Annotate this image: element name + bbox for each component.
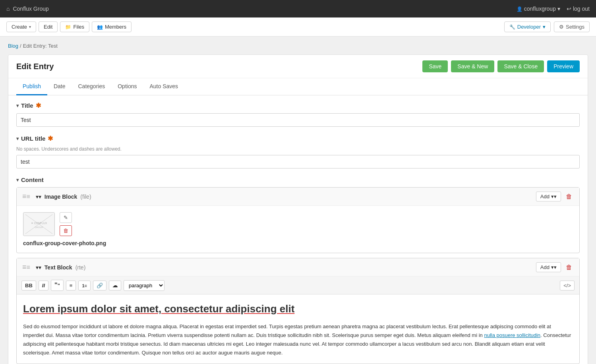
user-icon — [517, 6, 522, 12]
rte-format-select[interactable]: paragraph Heading 1 Heading 2 Heading 3 … — [124, 280, 164, 291]
image-edit-button[interactable]: ✎ — [60, 212, 72, 223]
content-section: Content ≡ ▾ Image Block (file) Add — [16, 176, 580, 364]
members-label: Members — [105, 24, 126, 30]
tab-publish[interactable]: Publish — [16, 78, 47, 95]
text-block-add-label: Add — [540, 264, 550, 270]
text-block: ≡ ▾ Text Block (rte) Add ▾ 🗑 — [16, 258, 580, 364]
files-icon — [65, 24, 71, 30]
files-button[interactable]: Files — [60, 21, 89, 32]
developer-dropdown-arrow — [543, 24, 546, 30]
url-title-input[interactable] — [16, 155, 580, 168]
text-block-add-button[interactable]: Add ▾ — [536, 262, 561, 272]
image-block-title: ≡ ▾ Image Block (file) — [22, 192, 91, 201]
tab-options[interactable]: Options — [111, 78, 143, 95]
rte-content-area[interactable]: Lorem ipsum dolor sit amet, consectetur … — [17, 294, 579, 364]
create-button[interactable]: Create — [6, 21, 36, 32]
edit-button[interactable]: Edit — [39, 21, 58, 32]
user-menu[interactable]: confluxgroup — [517, 6, 560, 12]
save-close-button[interactable]: Save & Close — [497, 60, 544, 72]
url-title-label: URL title — [21, 135, 45, 142]
save-new-button[interactable]: Save & New — [451, 60, 494, 72]
developer-button[interactable]: Developer — [504, 21, 551, 32]
title-section: Title ✱ — [16, 102, 580, 127]
image-delete-button[interactable]: 🗑 — [60, 225, 72, 236]
url-title-section-header[interactable]: URL title ✱ — [16, 135, 580, 142]
breadcrumb-separator: / — [20, 43, 21, 49]
logout-button[interactable]: log out — [567, 6, 590, 12]
files-label: Files — [73, 24, 84, 30]
image-block-label: Image Block — [45, 194, 77, 200]
italic-icon: I — [42, 283, 45, 288]
tab-categories[interactable]: Categories — [72, 78, 112, 95]
image-preview-area: ✕ CONFLUX GROUP ✎ 🗑 — [23, 212, 573, 236]
rte-body-text: Sed do eiusmod tempor incididunt ut labo… — [23, 322, 573, 357]
title-collapse-arrow — [16, 103, 19, 108]
page-title: Edit Entry — [16, 62, 54, 71]
content-label: Content — [21, 176, 44, 183]
text-block-drag-handle[interactable]: ≡ — [22, 263, 30, 271]
image-block-type: (file) — [80, 194, 91, 200]
title-input[interactable] — [16, 113, 580, 127]
user-dropdown-arrow — [557, 6, 560, 12]
rte-upload-button[interactable]: ☁ — [109, 281, 121, 290]
tab-date[interactable]: Date — [47, 78, 72, 95]
developer-label: Developer — [517, 24, 541, 30]
main-toolbar: Create Edit Files Members Developer Sett… — [0, 17, 596, 37]
preview-button[interactable]: Preview — [547, 60, 580, 72]
text-block-title: ≡ ▾ Text Block (rte) — [22, 263, 85, 271]
rte-bold-button[interactable]: B — [21, 281, 36, 290]
tab-content-publish: Title ✱ URL title ✱ No spaces. Underscor… — [8, 95, 588, 364]
top-navigation: Conflux Group confluxgroup log out — [0, 0, 596, 17]
create-dropdown-arrow — [29, 25, 31, 29]
breadcrumb-current: Edit Entry: Test — [23, 43, 58, 49]
image-thumbnail-svg: ✕ CONFLUX GROUP — [23, 212, 54, 236]
upload-icon: ☁ — [112, 283, 118, 288]
image-block-collapse-arrow[interactable]: ▾ — [36, 194, 41, 200]
rte-link-button[interactable]: 🔗 — [93, 281, 106, 290]
url-title-required-star: ✱ — [48, 135, 53, 142]
rte-source-button[interactable]: </> — [560, 281, 575, 290]
site-name: Conflux Group — [13, 6, 48, 12]
rte-heading: Lorem ipsum dolor sit amet, consectetur … — [23, 301, 573, 318]
image-block-delete-button[interactable]: 🗑 — [564, 192, 574, 201]
svg-text:GROUP: GROUP — [35, 226, 43, 228]
image-block-actions: Add ▾ 🗑 — [536, 192, 574, 201]
bold-icon: B — [25, 283, 33, 288]
main-content: Blog / Edit Entry: Test Edit Entry Save … — [0, 37, 596, 364]
text-block-delete-button[interactable]: 🗑 — [564, 263, 574, 272]
create-label: Create — [12, 24, 27, 30]
text-block-collapse-arrow[interactable]: ▾ — [36, 264, 41, 271]
tab-autosaves[interactable]: Auto Saves — [143, 78, 184, 95]
source-code-icon: </> — [563, 283, 571, 288]
header-action-buttons: Save Save & New Save & Close Preview — [422, 60, 580, 72]
text-block-header: ≡ ▾ Text Block (rte) Add ▾ 🗑 — [17, 258, 579, 277]
image-block-drag-handle[interactable]: ≡ — [22, 192, 30, 201]
rte-ul-button[interactable]: ≡ — [66, 281, 76, 290]
image-block-add-arrow: ▾ — [551, 194, 557, 199]
image-block-content: ✕ CONFLUX GROUP ✎ 🗑 conflux-group-cover-… — [17, 206, 579, 253]
user-name: confluxgroup — [524, 6, 556, 12]
text-block-actions: Add ▾ 🗑 — [536, 262, 574, 272]
settings-button[interactable]: Settings — [554, 21, 590, 32]
image-block-delete-icon: 🗑 — [566, 193, 572, 200]
image-block-add-button[interactable]: Add ▾ — [536, 192, 561, 201]
rte-quote-button[interactable]: " — [51, 280, 64, 291]
save-button[interactable]: Save — [422, 60, 448, 72]
link-icon: 🔗 — [97, 283, 103, 288]
content-section-header[interactable]: Content — [16, 176, 580, 183]
image-block-add-label: Add — [540, 194, 550, 199]
rte-ol-button[interactable]: 1≡ — [78, 281, 91, 290]
home-icon[interactable] — [6, 6, 10, 12]
edit-card-header: Edit Entry Save Save & New Save & Close … — [8, 55, 588, 78]
title-section-header[interactable]: Title ✱ — [16, 102, 580, 109]
title-required-star: ✱ — [36, 102, 41, 109]
rte-italic-button[interactable]: I — [39, 281, 48, 290]
ordered-list-icon: 1≡ — [82, 283, 87, 288]
text-block-label: Text Block — [45, 264, 72, 271]
svg-text:✕ CONFLUX: ✕ CONFLUX — [31, 222, 47, 225]
settings-label: Settings — [566, 24, 584, 30]
rte-link[interactable]: nulla posuere sollicitudin — [484, 332, 540, 338]
members-button[interactable]: Members — [92, 21, 132, 32]
breadcrumb-parent[interactable]: Blog — [8, 43, 18, 49]
edit-entry-card: Edit Entry Save Save & New Save & Close … — [8, 54, 588, 364]
